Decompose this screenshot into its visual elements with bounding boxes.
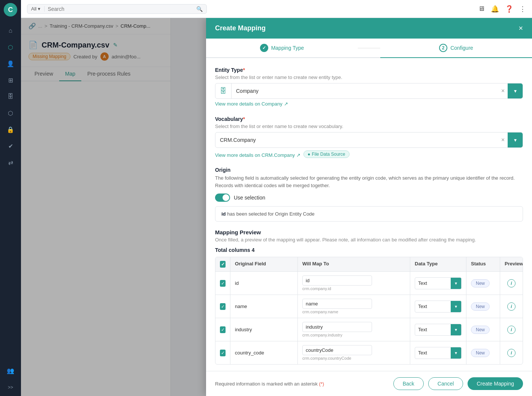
row1-data-type-arrow[interactable]: ▾ xyxy=(451,278,461,289)
use-selection-toggle[interactable] xyxy=(215,194,230,202)
mapping-preview-title: Mapping Preview xyxy=(215,229,523,235)
total-columns: Total columns 4 xyxy=(215,247,523,253)
entity-type-arrow[interactable]: ▾ xyxy=(508,83,523,98)
entity-type-select[interactable]: 🗄 Company × ▾ xyxy=(215,83,523,99)
row4-info-icon[interactable]: i xyxy=(507,349,516,357)
step1-label: Mapping Type xyxy=(271,45,304,51)
vocabulary-value: CRM.Company xyxy=(215,132,498,147)
row2-data-type-value: Text xyxy=(415,302,451,311)
row3-data-type-arrow[interactable]: ▾ xyxy=(451,324,461,335)
header-original-field: Original Field xyxy=(230,257,298,271)
sidebar-item-lock[interactable]: 🔒 xyxy=(4,123,17,136)
monitor-icon[interactable]: 🖥 xyxy=(478,5,485,13)
row3-preview-cell: i xyxy=(500,318,523,341)
sidebar-item-database[interactable]: 🗄 xyxy=(4,90,17,103)
entity-type-required: * xyxy=(243,67,245,73)
app-logo[interactable]: C xyxy=(4,3,17,16)
sidebar-item-transfer[interactable]: ⇄ xyxy=(4,156,17,169)
row2-info-icon[interactable]: i xyxy=(507,302,516,311)
row3-map-to-cell: crm.company.industry xyxy=(298,318,410,341)
row1-original-field: id xyxy=(230,272,298,295)
header-checkbox[interactable]: ✓ xyxy=(220,261,226,268)
entity-type-view-link[interactable]: View more details on Company ↗ xyxy=(215,101,288,107)
row3-info-icon[interactable]: i xyxy=(507,326,516,334)
search-container: All ▾ 🔍 xyxy=(27,4,207,14)
origin-description: The following field is automatically sel… xyxy=(215,174,523,189)
row4-data-type-arrow[interactable]: ▾ xyxy=(451,347,461,359)
row1-info-icon[interactable]: i xyxy=(507,279,516,287)
main-area: All ▾ 🔍 🖥 🔔 ❓ ⋮ 🔗 ... > Training - CRM-C… xyxy=(21,0,532,396)
dialog-overlay: Create Mapping × ✓ Mapping Type 2 Config… xyxy=(21,18,532,396)
cancel-button[interactable]: Cancel xyxy=(428,377,463,390)
create-mapping-dialog: Create Mapping × ✓ Mapping Type 2 Config… xyxy=(206,18,532,396)
row4-data-type-select[interactable]: Text ▾ xyxy=(415,347,462,359)
row2-status-badge: New xyxy=(471,302,490,311)
table-row: ✓ name crm.company.name xyxy=(215,295,523,318)
help-icon[interactable]: ❓ xyxy=(505,5,513,13)
mapping-preview-section: Mapping Preview Once filled, a preview o… xyxy=(215,229,523,365)
step2-circle: 2 xyxy=(439,44,447,52)
step-mapping-type[interactable]: ✓ Mapping Type xyxy=(206,39,358,58)
vocabulary-view-link[interactable]: View more details on CRM.Company ↗ xyxy=(215,152,300,158)
all-dropdown[interactable]: All ▾ xyxy=(31,6,45,12)
sidebar-item-person-check[interactable]: ✔ xyxy=(4,139,17,153)
topbar-right: 🖥 🔔 ❓ ⋮ xyxy=(478,5,526,13)
sidebar-item-layers[interactable]: ⊞ xyxy=(4,73,17,87)
origin-section: Origin The following field is automatica… xyxy=(215,167,523,222)
row2-checkbox-cell: ✓ xyxy=(215,295,230,318)
vocabulary-clear[interactable]: × xyxy=(498,137,508,143)
toggle-label: Use selection xyxy=(234,195,265,201)
more-icon[interactable]: ⋮ xyxy=(519,5,526,13)
step1-circle: ✓ xyxy=(260,44,268,52)
origin-info-box: id has been selected for Origin Entity C… xyxy=(215,206,523,222)
row2-preview-cell: i xyxy=(500,295,523,318)
vocabulary-link-row: View more details on CRM.Company ↗ ● Fil… xyxy=(215,150,523,158)
row4-checkbox[interactable]: ✓ xyxy=(220,350,226,356)
row2-data-type-select[interactable]: Text ▾ xyxy=(415,301,462,313)
sidebar-item-user-plus[interactable]: 👥 xyxy=(4,364,17,377)
row2-map-to-input[interactable] xyxy=(302,299,372,309)
sidebar-expand[interactable]: >> xyxy=(8,382,13,393)
row4-status-badge: New xyxy=(471,349,490,357)
dialog-footer: Required information is marked with an a… xyxy=(206,371,532,396)
step-configure[interactable]: 2 Configure xyxy=(380,39,532,58)
row2-data-type-arrow[interactable]: ▾ xyxy=(451,301,461,312)
vocabulary-label: Vocabulary* xyxy=(215,116,523,122)
vocabulary-select[interactable]: CRM.Company × ▾ xyxy=(215,132,523,148)
content-area: 🔗 ... > Training - CRM-Company.csv > CRM… xyxy=(21,18,532,396)
table-row: ✓ industry crm.company.industry xyxy=(215,318,523,341)
row3-data-type-select[interactable]: Text ▾ xyxy=(415,324,462,336)
file-source-badge: ● File Data Source xyxy=(303,150,350,158)
entity-type-section: Entity Type* Select from the list or ent… xyxy=(215,67,523,107)
dropdown-arrow-icon: ▾ xyxy=(38,6,40,12)
create-mapping-button[interactable]: Create Mapping xyxy=(468,377,523,390)
sidebar-item-share[interactable]: ⬡ xyxy=(4,106,17,120)
row2-map-sub: crm.company.name xyxy=(302,310,372,314)
mapping-preview-hint: Once filled, a preview of the mapping wi… xyxy=(215,237,523,243)
sidebar-item-home[interactable]: ⌂ xyxy=(4,24,17,37)
row1-checkbox-cell: ✓ xyxy=(215,272,230,295)
back-button[interactable]: Back xyxy=(393,377,424,390)
row1-data-type-select[interactable]: Text ▾ xyxy=(415,277,462,289)
row3-status-cell: New xyxy=(466,318,500,341)
sidebar-item-users[interactable]: 👤 xyxy=(4,57,17,70)
entity-type-hint: Select from the list or enter name to cr… xyxy=(215,74,523,80)
row1-data-type-value: Text xyxy=(415,278,451,288)
row4-preview-cell: i xyxy=(500,341,523,364)
sidebar-item-puzzle[interactable]: ⬡ xyxy=(4,40,17,54)
entity-type-clear[interactable]: × xyxy=(498,88,508,94)
row2-checkbox[interactable]: ✓ xyxy=(220,303,226,310)
vocabulary-arrow[interactable]: ▾ xyxy=(508,132,523,147)
search-input[interactable] xyxy=(48,6,193,12)
row3-map-to-input[interactable] xyxy=(302,322,372,332)
row1-map-to-input[interactable] xyxy=(302,275,372,286)
row3-checkbox[interactable]: ✓ xyxy=(220,326,226,333)
row4-map-to-input[interactable] xyxy=(302,345,372,355)
origin-field: id xyxy=(221,211,227,217)
origin-label: Origin xyxy=(215,167,523,173)
close-button[interactable]: × xyxy=(519,24,523,33)
table-row: ✓ country_code crm.company.countryCode xyxy=(215,341,523,364)
step-divider xyxy=(358,48,380,48)
row1-checkbox[interactable]: ✓ xyxy=(220,280,226,287)
bell-icon[interactable]: 🔔 xyxy=(491,5,499,13)
